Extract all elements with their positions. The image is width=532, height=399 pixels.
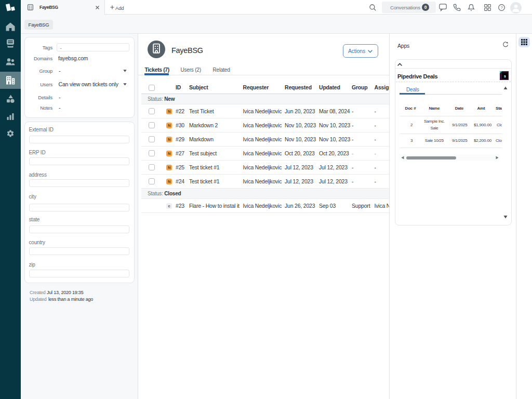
svg-text:s: s xyxy=(504,74,506,78)
svg-text:?: ? xyxy=(500,5,503,10)
